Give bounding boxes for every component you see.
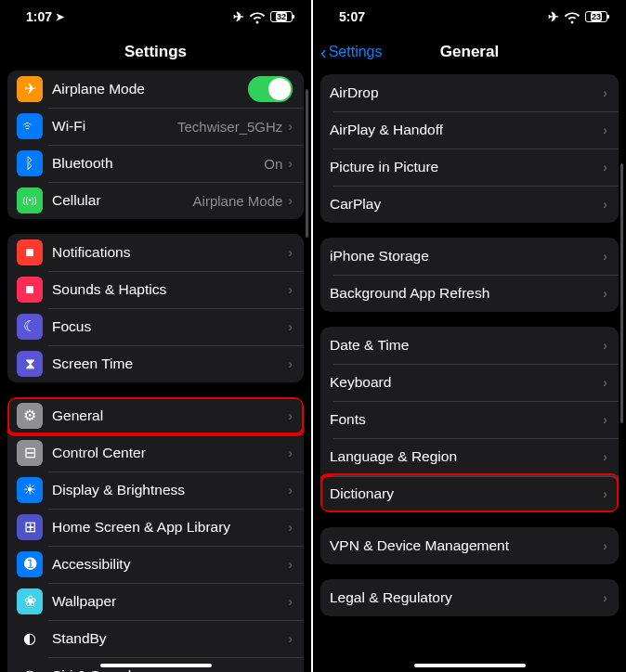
row-carplay[interactable]: CarPlay›	[320, 186, 619, 223]
row-label: Language & Region	[330, 448, 603, 465]
grid-icon: ⊞	[17, 514, 43, 540]
row-vpn-device-management[interactable]: VPN & Device Management›	[320, 527, 619, 564]
chevron-right-icon: ›	[603, 249, 607, 264]
back-label: Settings	[329, 44, 383, 60]
row-standby[interactable]: ◐StandBy›	[7, 620, 304, 657]
gear-icon: ⚙	[17, 403, 43, 429]
row-screen-time[interactable]: ⧗Screen Time›	[7, 345, 304, 382]
chevron-right-icon: ›	[603, 160, 607, 174]
row-dictionary[interactable]: Dictionary›	[320, 475, 619, 512]
row-label: General	[52, 407, 288, 424]
row-bluetooth[interactable]: ᛒBluetoothOn›	[7, 145, 304, 182]
bluetooth-icon: ᛒ	[17, 150, 43, 176]
chevron-right-icon: ›	[288, 282, 293, 297]
wifi-icon: ᯤ	[17, 113, 43, 139]
row-label: Home Screen & App Library	[52, 519, 288, 536]
row-language-region[interactable]: Language & Region›	[320, 438, 619, 475]
row-sounds-haptics[interactable]: ■Sounds & Haptics›	[7, 271, 304, 308]
speaker-icon: ■	[17, 277, 43, 303]
row-display-brightness[interactable]: ☀Display & Brightness›	[7, 472, 304, 509]
home-indicator[interactable]	[100, 664, 212, 667]
chevron-right-icon: ›	[603, 375, 607, 390]
row-label: Screen Time	[52, 355, 288, 372]
row-fonts[interactable]: Fonts›	[320, 401, 619, 438]
row-label: Bluetooth	[52, 155, 264, 172]
row-label: Keyboard	[330, 374, 603, 391]
row-label: Focus	[52, 318, 288, 335]
chevron-right-icon: ›	[603, 85, 607, 100]
location-icon: ➤	[56, 11, 64, 23]
airplane-status-icon: ✈︎	[548, 9, 559, 24]
clock: 5:07	[339, 9, 365, 24]
clock-icon: ◐	[17, 626, 43, 652]
row-label: CarPlay	[330, 196, 603, 213]
row-label: iPhone Storage	[330, 248, 603, 265]
row-airplay-handoff[interactable]: AirPlay & Handoff›	[320, 111, 619, 149]
chevron-right-icon: ›	[288, 156, 293, 171]
settings-list[interactable]: ✈︎Airplane ModeᯤWi-FiTechwiser_5GHz›ᛒBlu…	[0, 71, 311, 672]
row-legal-regulatory[interactable]: Legal & Regulatory›	[320, 579, 619, 616]
row-keyboard[interactable]: Keyboard›	[320, 364, 619, 401]
row-home-screen[interactable]: ⊞Home Screen & App Library›	[7, 509, 304, 546]
row-general[interactable]: ⚙General›	[7, 397, 304, 434]
row-label: Wi-Fi	[52, 118, 177, 135]
row-label: VPN & Device Management	[330, 537, 603, 554]
row-label: Date & Time	[330, 337, 603, 354]
row-label: Cellular	[52, 192, 193, 209]
nav-header: Settings	[0, 33, 311, 71]
row-date-time[interactable]: Date & Time›	[320, 327, 619, 364]
row-airplane-mode[interactable]: ✈︎Airplane Mode	[7, 71, 304, 108]
chevron-right-icon: ›	[288, 631, 293, 646]
row-detail: On	[264, 156, 282, 172]
row-label: Wallpaper	[52, 593, 288, 610]
toggle[interactable]	[248, 76, 293, 102]
row-wifi[interactable]: ᯤWi-FiTechwiser_5GHz›	[7, 108, 304, 145]
home-indicator[interactable]	[414, 664, 526, 667]
chevron-right-icon: ›	[603, 486, 607, 501]
row-wallpaper[interactable]: ❀Wallpaper›	[7, 583, 304, 620]
sun-icon: ☀	[17, 477, 43, 503]
chevron-right-icon: ›	[288, 668, 293, 672]
row-control-center[interactable]: ⊟Control Center›	[7, 434, 304, 472]
battery-icon: 32	[270, 11, 293, 22]
chevron-right-icon: ›	[288, 408, 293, 423]
general-list[interactable]: AirDrop›AirPlay & Handoff›Picture in Pic…	[313, 71, 626, 672]
settings-group: VPN & Device Management›	[320, 527, 619, 564]
row-airdrop[interactable]: AirDrop›	[320, 74, 619, 111]
switches-icon: ⊟	[17, 440, 43, 466]
chevron-right-icon: ›	[288, 193, 293, 208]
row-label: Fonts	[330, 411, 603, 428]
row-cellular[interactable]: ((•))CellularAirplane Mode›	[7, 182, 304, 219]
scroll-indicator[interactable]	[306, 89, 308, 238]
settings-screen: 1:07 ➤ ✈︎ 32 Settings ✈︎Airplane ModeᯤWi…	[0, 0, 313, 672]
wifi-status-icon	[564, 8, 580, 25]
row-label: Sounds & Haptics	[52, 281, 288, 298]
chevron-right-icon: ›	[288, 483, 293, 498]
settings-group: iPhone Storage›Background App Refresh›	[320, 238, 619, 312]
row-focus[interactable]: ☾Focus›	[7, 308, 304, 345]
row-picture-in-picture[interactable]: Picture in Picture›	[320, 149, 619, 186]
row-label: AirDrop	[330, 84, 603, 101]
row-label: AirPlay & Handoff	[330, 122, 603, 138]
page-title: General	[440, 43, 499, 61]
settings-group: ⚙General›⊟Control Center›☀Display & Brig…	[7, 397, 304, 672]
scroll-indicator[interactable]	[620, 163, 623, 423]
back-button[interactable]: ‹ Settings	[320, 43, 382, 61]
chevron-right-icon: ›	[288, 520, 293, 535]
row-detail: Techwiser_5GHz	[177, 119, 282, 135]
chevron-right-icon: ›	[288, 245, 293, 260]
chevron-right-icon: ›	[603, 590, 607, 605]
row-accessibility[interactable]: ➊Accessibility›	[7, 546, 304, 583]
row-label: Display & Brightness	[52, 482, 288, 498]
clock: 1:07	[26, 9, 52, 24]
chevron-right-icon: ›	[288, 356, 293, 371]
row-background-app-refresh[interactable]: Background App Refresh›	[320, 275, 619, 312]
row-label: Notifications	[52, 244, 288, 261]
status-bar: 1:07 ➤ ✈︎ 32	[0, 0, 311, 33]
settings-group: AirDrop›AirPlay & Handoff›Picture in Pic…	[320, 74, 619, 223]
siri-icon: ◉	[17, 663, 43, 672]
page-title: Settings	[124, 43, 187, 61]
chevron-right-icon: ›	[603, 412, 607, 427]
row-iphone-storage[interactable]: iPhone Storage›	[320, 238, 619, 275]
row-notifications[interactable]: ■Notifications›	[7, 234, 304, 271]
